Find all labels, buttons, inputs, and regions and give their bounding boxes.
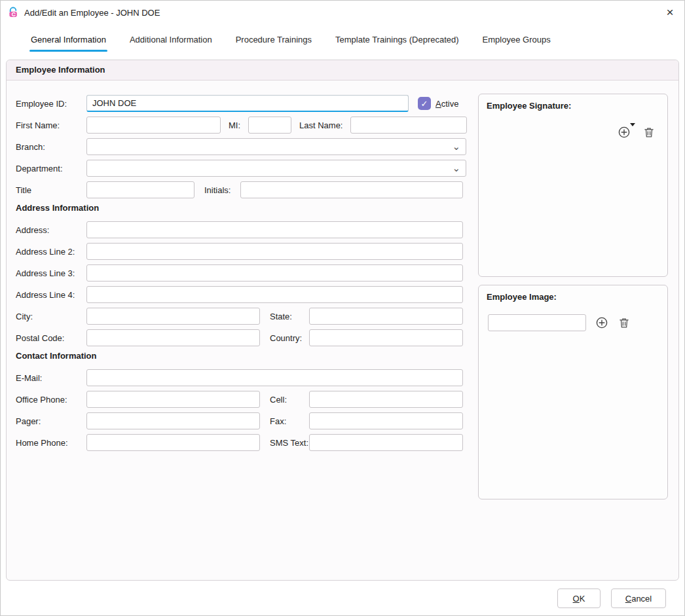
address-input[interactable] (86, 221, 463, 238)
fax-input[interactable] (309, 412, 463, 429)
city-input[interactable] (86, 308, 260, 325)
pager-fax-row: Pager: Fax: (16, 412, 474, 429)
tab-template-trainings-deprecated[interactable]: Template Trainings (Deprecated) (334, 32, 460, 52)
address-line-4-input[interactable] (86, 286, 463, 303)
department-input[interactable] (86, 160, 466, 177)
ok-button-label: OK (573, 594, 585, 604)
footer-button-bar: OK Cancel (557, 589, 666, 608)
email-input[interactable] (86, 369, 463, 386)
employee-id-label: Employee ID: (16, 99, 86, 109)
employee-signature-title: Employee Signature: (479, 94, 667, 111)
contact-information-heading: Contact Information (16, 351, 474, 364)
signature-panel-toolbar (618, 126, 656, 139)
address-line-4-label: Address Line 4: (16, 290, 86, 300)
first-name-input[interactable] (86, 117, 221, 134)
title-input[interactable] (86, 181, 194, 198)
first-name-label: First Name: (16, 120, 86, 130)
office-phone-label: Office Phone: (16, 395, 86, 405)
name-row: First Name: MI: Last Name: (16, 117, 474, 134)
employee-image-panel: Employee Image: (478, 285, 668, 499)
add-signature-dropdown-caret-icon[interactable] (630, 123, 635, 126)
tab-procedure-trainings[interactable]: Procedure Trainings (234, 32, 313, 52)
active-checkbox-group[interactable]: ✓ Active (418, 97, 458, 110)
address-row: Address: (16, 221, 474, 238)
city-state-row: City: State: (16, 308, 474, 325)
country-label: Country: (270, 333, 309, 343)
address-line-3-row: Address Line 3: (16, 264, 474, 281)
titlebar: Add/Edit an Employee - JOHN DOE × (1, 1, 684, 24)
address-line-2-row: Address Line 2: (16, 243, 474, 260)
branch-row: Branch: ⌄ (16, 138, 474, 155)
address-line-2-label: Address Line 2: (16, 247, 86, 257)
employee-information-body: Employee ID: ✓ Active First Name: MI: (7, 81, 678, 581)
last-name-label: Last Name: (299, 120, 350, 130)
cancel-button[interactable]: Cancel (611, 589, 666, 608)
employee-id-row: Employee ID: ✓ Active (16, 95, 474, 112)
email-label: E-Mail: (16, 373, 86, 383)
branch-combobox[interactable]: ⌄ (86, 138, 466, 155)
employee-information-header: Employee Information (7, 60, 678, 81)
cell-label: Cell: (270, 395, 309, 405)
cell-input[interactable] (309, 391, 463, 408)
window-title: Add/Edit an Employee - JOHN DOE (24, 8, 160, 18)
initials-label: Initials: (204, 185, 240, 195)
email-row: E-Mail: (16, 369, 474, 386)
postal-country-row: Postal Code: Country: (16, 329, 474, 346)
employee-image-path-input[interactable] (488, 314, 586, 331)
branch-input[interactable] (86, 138, 466, 155)
country-input[interactable] (309, 329, 463, 346)
tab-general-information[interactable]: General Information (29, 32, 107, 52)
branch-label: Branch: (16, 142, 86, 152)
title-label: Title (16, 185, 86, 195)
employee-form: Employee ID: ✓ Active First Name: MI: (16, 95, 474, 456)
address-label: Address: (16, 225, 86, 235)
active-checkbox[interactable]: ✓ (418, 97, 431, 110)
address-information-heading: Address Information (16, 203, 474, 216)
sms-text-input[interactable] (309, 434, 463, 451)
address-line-2-input[interactable] (86, 243, 463, 260)
title-initials-row: Title Initials: (16, 181, 474, 198)
tab-bar: General Information Additional Informati… (29, 32, 552, 52)
mi-input[interactable] (248, 117, 291, 134)
home-phone-label: Home Phone: (16, 438, 86, 448)
cancel-button-label: Cancel (625, 594, 652, 604)
postal-code-input[interactable] (86, 329, 260, 346)
address-line-3-label: Address Line 3: (16, 268, 86, 278)
home-phone-input[interactable] (86, 434, 260, 451)
ok-button[interactable]: OK (557, 589, 601, 608)
add-edit-employee-dialog: Add/Edit an Employee - JOHN DOE × Genera… (0, 0, 685, 616)
department-label: Department: (16, 164, 86, 173)
department-row: Department: ⌄ (16, 160, 474, 177)
address-line-3-input[interactable] (86, 264, 463, 281)
tab-employee-groups[interactable]: Employee Groups (481, 32, 552, 52)
initials-input[interactable] (240, 181, 463, 198)
add-image-icon[interactable] (595, 316, 608, 329)
last-name-input[interactable] (350, 117, 467, 134)
home-phone-sms-row: Home Phone: SMS Text: (16, 434, 474, 451)
department-combobox[interactable]: ⌄ (86, 160, 466, 177)
pager-label: Pager: (16, 416, 86, 426)
close-icon[interactable]: × (656, 1, 684, 24)
image-panel-toolbar (488, 314, 631, 331)
check-icon: ✓ (421, 100, 428, 108)
state-input[interactable] (309, 308, 463, 325)
address-line-4-row: Address Line 4: (16, 286, 474, 303)
pager-input[interactable] (86, 412, 260, 429)
delete-signature-trash-icon[interactable] (642, 126, 656, 139)
city-label: City: (16, 312, 86, 321)
employee-information-groupbox: Employee Information Employee ID: ✓ Acti… (6, 60, 679, 581)
postal-code-label: Postal Code: (16, 333, 86, 343)
app-lock-icon (7, 7, 19, 18)
employee-id-input[interactable] (86, 95, 409, 112)
mi-label: MI: (229, 120, 248, 130)
office-phone-cell-row: Office Phone: Cell: (16, 391, 474, 408)
tab-additional-information[interactable]: Additional Information (128, 32, 213, 52)
delete-image-trash-icon[interactable] (618, 316, 631, 329)
fax-label: Fax: (270, 416, 309, 426)
state-label: State: (270, 312, 309, 321)
add-signature-icon[interactable] (618, 126, 631, 139)
office-phone-input[interactable] (86, 391, 260, 408)
employee-signature-panel: Employee Signature: (478, 94, 668, 277)
sms-text-label: SMS Text: (270, 438, 309, 448)
active-checkbox-label: Active (435, 99, 458, 109)
